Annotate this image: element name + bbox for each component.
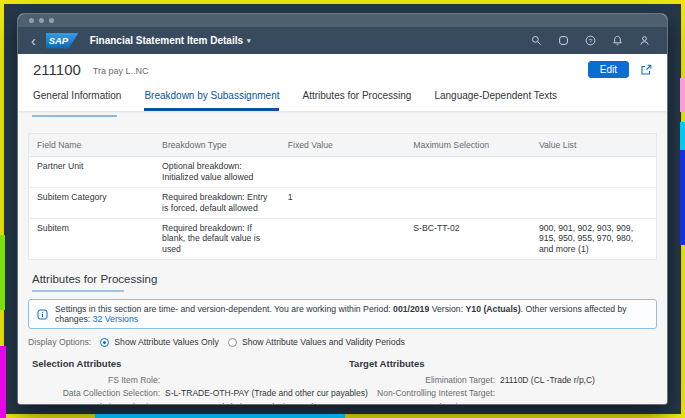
cell-fixed-value: 1 xyxy=(280,187,406,218)
page-content: Field Name Breakdown Type Fixed Value Ma… xyxy=(18,111,667,404)
breakdown-table: Field Name Breakdown Type Fixed Value Ma… xyxy=(28,133,657,260)
cell-breakdown-type: Optional breakdown: Initialized value al… xyxy=(154,157,280,188)
cell-value-list xyxy=(531,157,657,188)
frame-glitch-strip xyxy=(680,122,685,150)
info-icon xyxy=(37,309,48,320)
radio-show-values-and-validity-periods[interactable]: Show Attribute Values and Validity Perio… xyxy=(228,337,405,347)
radio-show-attribute-values-only[interactable]: Show Attribute Values Only xyxy=(100,337,219,347)
search-icon[interactable] xyxy=(531,35,542,46)
scroll-indicator xyxy=(32,115,117,117)
tab-bar: General Information Breakdown by Subassi… xyxy=(33,90,652,111)
banner-text-prefix: Settings in this section are time- and v… xyxy=(55,304,393,314)
cell-breakdown-type: Required breakdown: If blank, the defaul… xyxy=(154,218,280,260)
window-titlebar xyxy=(18,14,667,27)
versions-link[interactable]: 32 Versions xyxy=(93,314,138,324)
cell-field-name: Partner Unit xyxy=(29,157,155,188)
cell-breakdown-type: Required breakdown: Entry is forced, def… xyxy=(154,187,280,218)
section-underline xyxy=(32,290,124,292)
cell-value-list: 900, 901, 902, 903, 909, 915, 950, 955, … xyxy=(531,218,657,260)
tab-breakdown-by-subassignment[interactable]: Breakdown by Subassignment xyxy=(144,90,279,111)
frame-glitch-strip xyxy=(95,414,345,418)
page-title: 211100 xyxy=(33,61,81,79)
field-value xyxy=(500,402,657,405)
target-attributes-title: Target Attributes xyxy=(349,358,657,369)
banner-period: 001/2019 xyxy=(393,304,429,314)
cell-maximum-selection xyxy=(405,157,531,188)
column-header-maximum-selection: Maximum Selection xyxy=(405,134,531,157)
frame-glitch-strip xyxy=(0,346,6,418)
frame-glitch-strip xyxy=(0,235,5,310)
column-header-value-list: Value List xyxy=(531,134,657,157)
display-options-label: Display Options: xyxy=(28,337,91,347)
radio-label: Show Attribute Values Only xyxy=(114,337,219,347)
field-label: Elimination Target: xyxy=(345,375,495,385)
field-value xyxy=(500,388,657,398)
profile-icon[interactable] xyxy=(639,35,650,46)
table-header-row: Field Name Breakdown Type Fixed Value Ma… xyxy=(29,134,657,157)
radio-selected-icon xyxy=(100,338,109,347)
sap-logo: SAP xyxy=(46,33,79,49)
display-options-row: Display Options: Show Attribute Values O… xyxy=(28,337,657,347)
field-label: FS Item Role: xyxy=(28,375,160,385)
open-in-new-icon[interactable] xyxy=(640,64,652,76)
column-header-field-name: Field Name xyxy=(29,134,155,157)
notifications-icon[interactable] xyxy=(612,35,623,46)
field-label: Data Collection Selection: xyxy=(28,388,160,398)
section-title-attributes-for-processing: Attributes for Processing xyxy=(32,273,657,285)
table-row[interactable]: Subitem Required breakdown: If blank, th… xyxy=(29,218,657,260)
chevron-down-icon: ▾ xyxy=(247,37,251,45)
frame-glitch-strip xyxy=(680,150,685,245)
window-close-button[interactable] xyxy=(29,18,34,23)
cell-maximum-selection xyxy=(405,187,531,218)
app-title-menu[interactable]: Financial Statement Item Details ▾ xyxy=(90,35,251,46)
radio-label: Show Attribute Values and Validity Perio… xyxy=(242,337,405,347)
banner-mid1: Version: xyxy=(429,304,465,314)
info-banner: Settings in this section are time- and v… xyxy=(28,299,657,329)
window-maximize-button[interactable] xyxy=(49,18,54,23)
cell-maximum-selection: S-BC-TT-02 xyxy=(405,218,531,260)
table-row[interactable]: Subitem Category Required breakdown: Ent… xyxy=(29,187,657,218)
shell-actions: ? xyxy=(531,35,650,46)
column-header-breakdown-type: Breakdown Type xyxy=(154,134,280,157)
header-actions: Edit xyxy=(588,61,652,78)
column-header-fixed-value: Fixed Value xyxy=(280,134,406,157)
frame-glitch-strip xyxy=(680,78,685,112)
app-title: Financial Statement Item Details xyxy=(90,35,243,46)
copilot-icon[interactable] xyxy=(558,35,569,46)
banner-version: Y10 (Actuals) xyxy=(466,304,521,314)
tab-general-information[interactable]: General Information xyxy=(33,90,121,111)
radio-unselected-icon xyxy=(228,338,237,347)
svg-text:?: ? xyxy=(589,37,593,44)
attributes-columns: Selection Attributes FS Item Role: Data … xyxy=(28,358,657,404)
shell-header: ‹ SAP Financial Statement Item Details ▾… xyxy=(18,27,667,54)
cell-value-list xyxy=(531,187,657,218)
tab-attributes-for-processing[interactable]: Attributes for Processing xyxy=(302,90,411,111)
back-icon[interactable]: ‹ xyxy=(31,34,36,48)
target-attributes-group: Target Attributes Elimination Target: 21… xyxy=(345,358,657,404)
field-label: Planning Target: xyxy=(345,402,495,405)
cell-fixed-value xyxy=(280,218,406,260)
cell-fixed-value xyxy=(280,157,406,188)
cell-field-name: Subitem Category xyxy=(29,187,155,218)
cell-field-name: Subitem xyxy=(29,218,155,260)
app-window: ‹ SAP Financial Statement Item Details ▾… xyxy=(18,14,667,404)
info-banner-text: Settings in this section are time- and v… xyxy=(55,304,648,324)
page-subtitle: Tra pay L..NC xyxy=(93,66,149,76)
field-label: Currency Translation Selection: xyxy=(28,402,160,405)
field-value: 21110D (CL -Trade r/p,C) xyxy=(500,375,657,385)
table-row[interactable]: Partner Unit Optional breakdown: Initial… xyxy=(29,157,657,188)
page-header: 211100 Tra pay L..NC Edit General Inform… xyxy=(18,54,667,111)
field-label: Non-Controlling Interest Target: xyxy=(345,388,495,398)
help-icon[interactable]: ? xyxy=(585,35,596,46)
window-minimize-button[interactable] xyxy=(39,18,44,23)
edit-button[interactable]: Edit xyxy=(588,61,629,78)
tab-language-dependent-texts[interactable]: Language-Dependent Texts xyxy=(434,90,557,111)
